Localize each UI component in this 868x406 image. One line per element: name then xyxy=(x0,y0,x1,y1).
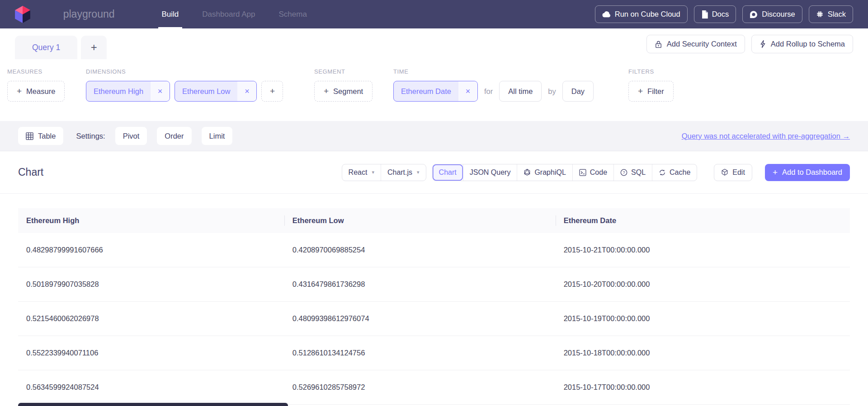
cell-high: 0.5215460062026978 xyxy=(18,314,284,323)
nav-item-dashboard-app[interactable]: Dashboard App xyxy=(190,0,267,28)
docs-button[interactable]: Docs xyxy=(694,5,736,23)
plus-icon: + xyxy=(17,86,22,96)
add-filter-label: Filter xyxy=(647,87,664,96)
measures-label: MEASURES xyxy=(7,68,65,75)
chip-close-icon[interactable]: × xyxy=(458,81,477,101)
slack-icon xyxy=(816,10,824,18)
plus-icon: + xyxy=(324,86,329,96)
cell-low: 0.4208970069885254 xyxy=(284,246,556,254)
time-label: TIME xyxy=(393,68,594,75)
run-on-cube-cloud-label: Run on Cube Cloud xyxy=(615,10,680,19)
settings-bar: Table Settings: Pivot Order Limit Query … xyxy=(0,121,868,151)
cell-date: 2015-10-21T00:00:00.000 xyxy=(556,246,850,254)
add-rollup-label: Add Rollup to Schema xyxy=(771,40,845,48)
dimensions-section: DIMENSIONS Ethereum High × Ethereum Low … xyxy=(86,68,283,102)
plus-icon: + xyxy=(773,168,778,177)
chart-card: Chart React ▾ Chart.js ▾ Chart JSON Quer… xyxy=(0,151,868,406)
nav-item-build[interactable]: Build xyxy=(150,0,191,28)
tab-graphiql[interactable]: GraphiQL xyxy=(517,164,572,181)
chart-title: Chart xyxy=(18,166,43,178)
column-header-ethereum-high[interactable]: Ethereum High xyxy=(18,208,284,233)
add-security-context-button[interactable]: Add Security Context xyxy=(646,35,745,53)
add-segment-button[interactable]: + Segment xyxy=(314,81,373,102)
edit-button[interactable]: Edit xyxy=(714,164,752,181)
chip-close-icon[interactable]: × xyxy=(237,81,256,101)
docs-label: Docs xyxy=(712,10,729,19)
column-header-ethereum-low[interactable]: Ethereum Low xyxy=(284,208,556,233)
framework-label: React xyxy=(349,168,368,177)
cube-logo-icon xyxy=(15,6,30,23)
add-to-dashboard-button[interactable]: + Add to Dashboard xyxy=(765,164,850,181)
slack-label: Slack xyxy=(828,10,846,19)
add-measure-label: Measure xyxy=(26,87,55,96)
nav-actions: Run on Cube Cloud Docs Discourse xyxy=(595,5,853,23)
edit-label: Edit xyxy=(732,168,745,177)
svg-text:?: ? xyxy=(623,170,625,175)
chip-label: Ethereum Date xyxy=(394,81,458,101)
add-filter-button[interactable]: + Filter xyxy=(628,81,674,102)
cloud-icon xyxy=(602,11,611,18)
table-row: 0.5215460062026978 0.48099398612976074 2… xyxy=(18,302,850,336)
library-label: Chart.js xyxy=(387,168,412,177)
add-dimension-button[interactable]: + xyxy=(261,81,283,102)
doc-icon xyxy=(701,10,708,19)
tab-cache[interactable]: Cache xyxy=(652,164,697,181)
cell-low: 0.5269610285758972 xyxy=(284,383,556,392)
chip-close-icon[interactable]: × xyxy=(151,81,170,101)
bolt-icon xyxy=(760,40,766,48)
pivot-button[interactable]: Pivot xyxy=(115,127,147,145)
limit-button[interactable]: Limit xyxy=(202,127,233,145)
table-row: 0.5634599924087524 0.5269610285758972 20… xyxy=(18,370,850,405)
code-icon xyxy=(579,169,586,176)
discourse-label: Discourse xyxy=(762,10,795,19)
segment-label: SEGMENT xyxy=(314,68,373,75)
run-on-cube-cloud-button[interactable]: Run on Cube Cloud xyxy=(595,5,688,23)
discourse-button[interactable]: Discourse xyxy=(742,5,802,23)
brand: cube.js playground xyxy=(15,6,115,23)
brand-name: cube.js xyxy=(35,10,58,19)
order-button[interactable]: Order xyxy=(157,127,191,145)
tab-chart[interactable]: Chart xyxy=(433,164,463,181)
cell-low: 0.48099398612976074 xyxy=(284,314,556,323)
nav-item-schema[interactable]: Schema xyxy=(267,0,319,28)
tab-cache-label: Cache xyxy=(670,168,690,177)
add-rollup-button[interactable]: Add Rollup to Schema xyxy=(751,35,853,53)
tab-sql[interactable]: ? SQL xyxy=(613,164,652,181)
column-header-ethereum-date[interactable]: Ethereum Date xyxy=(556,208,850,233)
query-builder: MEASURES + Measure DIMENSIONS Ethereum H… xyxy=(0,59,868,121)
add-measure-button[interactable]: + Measure xyxy=(7,81,65,102)
tab-code[interactable]: Code xyxy=(572,164,613,181)
result-tabs-group: Chart JSON Query GraphiQL xyxy=(432,164,698,181)
dimension-chip-ethereum-high[interactable]: Ethereum High × xyxy=(86,81,170,102)
codesandbox-icon xyxy=(721,168,728,176)
graphql-icon xyxy=(524,168,531,176)
slack-button[interactable]: Slack xyxy=(809,5,853,23)
table-view-button[interactable]: Table xyxy=(18,127,63,145)
for-label: for xyxy=(484,87,493,96)
chart-toolbar: React ▾ Chart.js ▾ Chart JSON Query xyxy=(342,164,850,181)
table-row: 0.5522339940071106 0.5128610134124756 20… xyxy=(18,336,850,370)
chart-header: Chart React ▾ Chart.js ▾ Chart JSON Quer… xyxy=(0,151,868,194)
query-tab[interactable]: Query 1 xyxy=(15,36,77,59)
filters-section: FILTERS + Filter xyxy=(628,68,674,102)
add-query-tab[interactable]: + xyxy=(81,36,107,59)
framework-select-group: React ▾ Chart.js ▾ xyxy=(342,164,426,181)
cell-high: 0.5522339940071106 xyxy=(18,349,284,357)
granularity-button[interactable]: Day xyxy=(562,81,594,102)
query-tabstrip: Query 1 + Add Security Context Add Rollu… xyxy=(0,28,868,59)
tab-code-label: Code xyxy=(590,168,607,177)
nav-menu: Build Dashboard App Schema xyxy=(150,0,319,28)
tab-json-query[interactable]: JSON Query xyxy=(463,164,517,181)
date-range-button[interactable]: All time xyxy=(499,81,542,102)
framework-select[interactable]: React ▾ xyxy=(342,164,381,181)
results-table-header: Ethereum High Ethereum Low Ethereum Date xyxy=(18,208,850,233)
tab-actions: Add Security Context Add Rollup to Schem… xyxy=(646,35,853,53)
cell-date: 2015-10-18T00:00:00.000 xyxy=(556,349,850,357)
preaggregation-link[interactable]: Query was not accelerated with pre-aggre… xyxy=(682,132,850,140)
settings-label: Settings: xyxy=(76,132,105,140)
time-chip-ethereum-date[interactable]: Ethereum Date × xyxy=(393,81,478,102)
dimension-chip-ethereum-low[interactable]: Ethereum Low × xyxy=(175,81,257,102)
bottom-partial-bar xyxy=(18,403,288,406)
library-select[interactable]: Chart.js ▾ xyxy=(381,164,426,181)
cell-date: 2015-10-19T00:00:00.000 xyxy=(556,314,850,323)
